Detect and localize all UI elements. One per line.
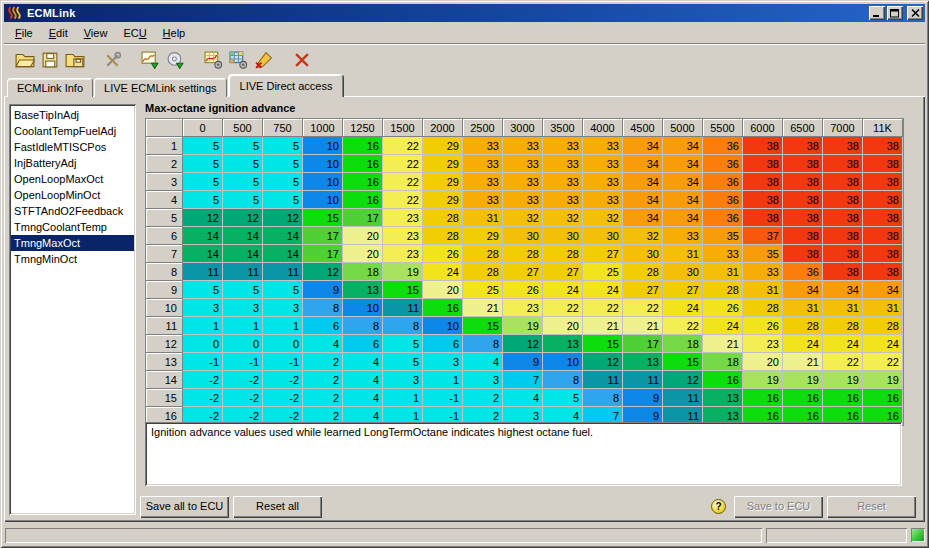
- table-cell[interactable]: 22: [583, 299, 623, 317]
- table-cell[interactable]: 34: [863, 281, 903, 299]
- table-cell[interactable]: 33: [663, 227, 703, 245]
- save-all-to-ecu-button[interactable]: Save all to ECU: [140, 496, 229, 518]
- menu-help[interactable]: Help: [155, 25, 194, 41]
- table-cell[interactable]: 33: [743, 263, 783, 281]
- table-cell[interactable]: 4: [343, 389, 383, 407]
- ecu-tools-icon[interactable]: [100, 48, 125, 72]
- table-cell[interactable]: 11: [223, 263, 263, 281]
- table-cell[interactable]: 27: [663, 281, 703, 299]
- table-cell[interactable]: 34: [623, 155, 663, 173]
- list-item-OpenLoopMaxOct[interactable]: OpenLoopMaxOct: [11, 171, 134, 187]
- table-cell[interactable]: 8: [543, 371, 583, 389]
- table-cell[interactable]: 13: [343, 281, 383, 299]
- table-cell[interactable]: 38: [743, 137, 783, 155]
- table-cell[interactable]: 24: [783, 335, 823, 353]
- table-cell[interactable]: 38: [823, 173, 863, 191]
- table-cell[interactable]: 1: [263, 317, 303, 335]
- table-cell[interactable]: 21: [623, 317, 663, 335]
- table-cell[interactable]: 14: [223, 245, 263, 263]
- minimize-button[interactable]: [869, 6, 885, 20]
- table-cell[interactable]: 21: [703, 335, 743, 353]
- table-cell[interactable]: 17: [343, 209, 383, 227]
- table-cell[interactable]: 24: [703, 317, 743, 335]
- table-cell[interactable]: 13: [703, 389, 743, 407]
- table-cell[interactable]: 11: [623, 371, 663, 389]
- table-cell[interactable]: 33: [583, 137, 623, 155]
- table-cell[interactable]: 28: [463, 245, 503, 263]
- table-cell[interactable]: 10: [303, 173, 343, 191]
- save-file-icon[interactable]: [37, 48, 62, 72]
- table-cell[interactable]: 12: [303, 263, 343, 281]
- table-cell[interactable]: 34: [663, 173, 703, 191]
- table-cell[interactable]: 21: [583, 317, 623, 335]
- row-header-13[interactable]: 13: [146, 353, 183, 371]
- column-header-5000[interactable]: 5000: [663, 119, 703, 137]
- table-cell[interactable]: 6: [303, 317, 343, 335]
- table-cell[interactable]: 5: [223, 281, 263, 299]
- table-cell[interactable]: 17: [303, 245, 343, 263]
- table-cell[interactable]: -1: [263, 353, 303, 371]
- table-cell[interactable]: 33: [543, 191, 583, 209]
- table-cell[interactable]: 12: [183, 209, 223, 227]
- table-cell[interactable]: 2: [303, 371, 343, 389]
- list-item-BaseTipInAdj[interactable]: BaseTipInAdj: [11, 107, 134, 123]
- table-cell[interactable]: 32: [623, 227, 663, 245]
- table-cell[interactable]: 23: [503, 299, 543, 317]
- table-cell[interactable]: 4: [303, 335, 343, 353]
- column-header-4500[interactable]: 4500: [623, 119, 663, 137]
- table-cell[interactable]: 34: [623, 209, 663, 227]
- table-cell[interactable]: 31: [463, 209, 503, 227]
- table-cell[interactable]: 5: [223, 137, 263, 155]
- column-header-2500[interactable]: 2500: [463, 119, 503, 137]
- table-cell[interactable]: 31: [783, 299, 823, 317]
- table-cell[interactable]: 14: [223, 227, 263, 245]
- table-cell[interactable]: 30: [583, 227, 623, 245]
- table-cell[interactable]: 3: [183, 299, 223, 317]
- table-cell[interactable]: 29: [463, 227, 503, 245]
- menu-ecu[interactable]: ECU: [115, 25, 154, 41]
- table-cell[interactable]: 20: [343, 245, 383, 263]
- table-cell[interactable]: 11: [583, 371, 623, 389]
- table-cell[interactable]: 33: [503, 137, 543, 155]
- table-cell[interactable]: 38: [823, 227, 863, 245]
- table-cell[interactable]: 22: [383, 137, 423, 155]
- table-cell[interactable]: 34: [623, 137, 663, 155]
- table-cell[interactable]: 20: [743, 353, 783, 371]
- table-cell[interactable]: 27: [583, 245, 623, 263]
- table-cell[interactable]: 8: [303, 299, 343, 317]
- table-cell[interactable]: 1: [423, 371, 463, 389]
- table-cell[interactable]: 19: [823, 371, 863, 389]
- table-cell[interactable]: 12: [263, 209, 303, 227]
- table-cell[interactable]: 11: [663, 389, 703, 407]
- reset-all-button[interactable]: Reset all: [233, 496, 322, 518]
- row-header-1[interactable]: 1: [146, 137, 183, 155]
- table-cell[interactable]: 38: [863, 245, 903, 263]
- menu-file[interactable]: File: [7, 25, 41, 41]
- table-cell[interactable]: 24: [823, 335, 863, 353]
- table-cell[interactable]: 33: [503, 191, 543, 209]
- table-settings-icon[interactable]: [201, 48, 226, 72]
- table-cell[interactable]: 35: [703, 227, 743, 245]
- table-cell[interactable]: 28: [623, 263, 663, 281]
- table-cell[interactable]: 24: [663, 299, 703, 317]
- table-cell[interactable]: 15: [663, 353, 703, 371]
- table-cell[interactable]: 10: [303, 191, 343, 209]
- table-cell[interactable]: 18: [663, 335, 703, 353]
- table-cell[interactable]: 1: [383, 389, 423, 407]
- table-cell[interactable]: 5: [223, 191, 263, 209]
- table-cell[interactable]: 38: [783, 137, 823, 155]
- close-icon[interactable]: [907, 6, 923, 20]
- table-cell[interactable]: 8: [583, 389, 623, 407]
- table-cell[interactable]: 38: [863, 173, 903, 191]
- row-header-2[interactable]: 2: [146, 155, 183, 173]
- table-cell[interactable]: 36: [703, 209, 743, 227]
- table-cell[interactable]: 31: [703, 263, 743, 281]
- table-cell[interactable]: 34: [823, 281, 863, 299]
- table-cell[interactable]: -2: [223, 389, 263, 407]
- table-cell[interactable]: 33: [543, 173, 583, 191]
- table-cell[interactable]: 34: [663, 209, 703, 227]
- table-cell[interactable]: 28: [543, 245, 583, 263]
- table-cell[interactable]: 23: [743, 335, 783, 353]
- table-cell[interactable]: 32: [583, 209, 623, 227]
- list-item-FastIdleMTISCPos[interactable]: FastIdleMTISCPos: [11, 139, 134, 155]
